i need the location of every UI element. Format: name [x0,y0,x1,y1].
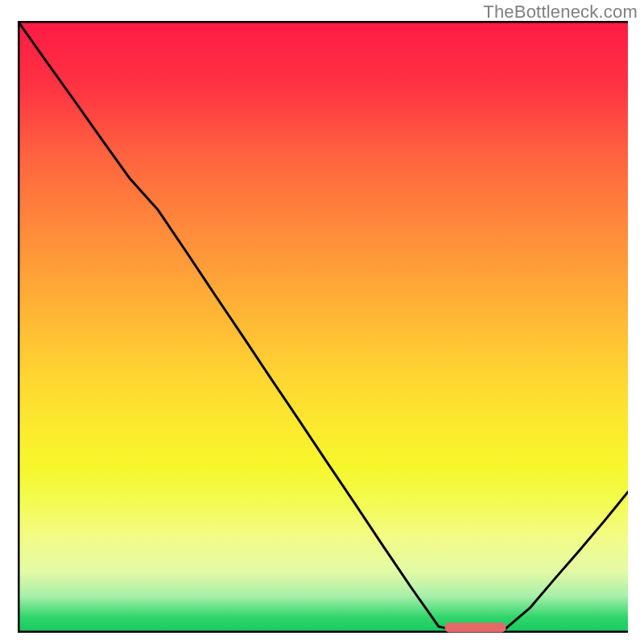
attribution-text: TheBottleneck.com [483,2,638,23]
gradient-background [18,21,628,633]
bottleneck-chart [18,21,628,633]
chart-svg [18,21,628,633]
optimal-range-marker [445,622,506,632]
